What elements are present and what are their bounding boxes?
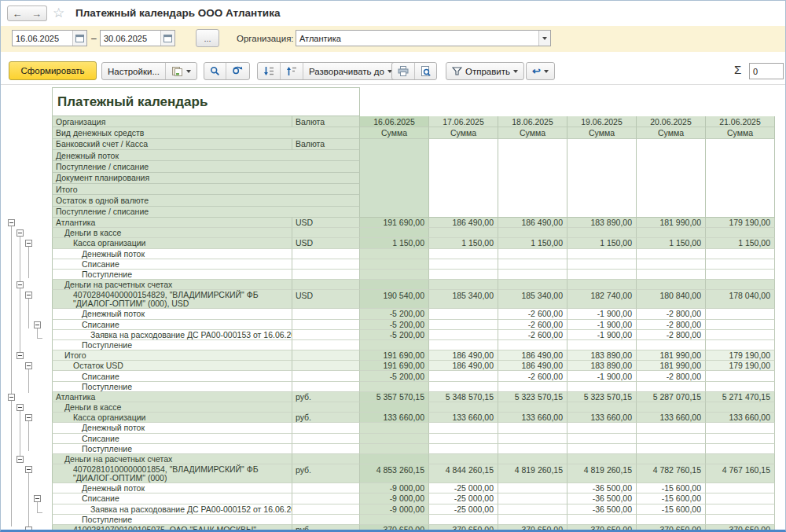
amount-cell[interactable]	[498, 504, 567, 515]
amount-cell[interactable]: 186 490,00	[498, 350, 567, 361]
amount-cell[interactable]	[360, 454, 429, 464]
row-label-cell[interactable]: Деньги в кассе	[52, 228, 292, 238]
row-label-cell[interactable]: Заявка на расходование ДС РА00-000152 от…	[52, 504, 292, 515]
date-column-header[interactable]: 19.06.2025	[567, 116, 637, 127]
row-currency-cell[interactable]: руб.	[292, 464, 360, 483]
amount-cell[interactable]	[706, 423, 775, 433]
amount-cell[interactable]: 5 271 470,15	[706, 392, 775, 402]
amount-cell[interactable]: 4 844 260,15	[429, 464, 498, 483]
row-label-cell[interactable]: Денежный поток	[52, 483, 292, 493]
row-currency-cell[interactable]	[292, 515, 360, 525]
amount-cell[interactable]: 186 490,00	[429, 218, 498, 228]
row-currency-cell[interactable]	[292, 228, 360, 238]
amount-cell[interactable]: -2 600,00	[498, 309, 567, 319]
amount-cell[interactable]	[706, 340, 775, 350]
chevron-down-icon[interactable]	[538, 31, 550, 46]
amount-cell[interactable]: -25 000,00	[429, 483, 498, 493]
amount-cell[interactable]: 191 690,00	[360, 350, 429, 361]
amount-cell[interactable]: 5 348 570,15	[429, 392, 498, 402]
row-label-cell[interactable]: Деньги в кассе	[52, 402, 292, 413]
collapse-toggle[interactable]	[25, 362, 32, 369]
collapse-toggle[interactable]	[17, 352, 24, 359]
amount-cell[interactable]: 186 490,00	[429, 350, 498, 361]
row-label-cell[interactable]: Списание	[52, 493, 292, 504]
amount-cell[interactable]	[706, 371, 775, 381]
calendar-icon[interactable]	[160, 31, 174, 46]
amount-cell[interactable]: 370 650,00	[498, 525, 567, 532]
amount-cell[interactable]	[637, 280, 706, 290]
row-label-cell[interactable]: Деньги на расчетных счетах	[52, 454, 292, 464]
amount-cell[interactable]	[429, 454, 498, 464]
row-currency-cell[interactable]	[292, 382, 360, 392]
amount-cell[interactable]: 4 819 260,15	[498, 464, 567, 483]
amount-cell[interactable]: -5 200,00	[360, 309, 429, 319]
row-label-cell[interactable]: 41002810700100105075, ОАО "БАНК МОСКВЫ"	[52, 525, 292, 532]
row-label-cell[interactable]: Списание	[52, 320, 292, 330]
date-column-header[interactable]: 17.06.2025	[429, 116, 498, 127]
row-label-cell[interactable]: Атлантика	[52, 392, 292, 402]
amount-cell[interactable]	[498, 483, 567, 493]
row-label-cell[interactable]: Поступление	[52, 382, 292, 392]
amount-cell[interactable]: 1 150,00	[637, 238, 706, 248]
amount-cell[interactable]: -1 900,00	[567, 330, 637, 340]
row-currency-cell[interactable]	[292, 309, 360, 319]
date-column-header[interactable]: 16.06.2025	[360, 116, 429, 127]
amount-cell[interactable]: 370 650,00	[637, 525, 706, 532]
row-currency-cell[interactable]: руб.	[292, 413, 360, 423]
amount-cell[interactable]	[429, 280, 498, 290]
amount-cell[interactable]	[706, 280, 775, 290]
amount-cell[interactable]	[637, 259, 706, 270]
row-label-cell[interactable]: Поступление	[52, 340, 292, 350]
row-label-cell[interactable]: Списание	[52, 371, 292, 381]
row-label-cell[interactable]: Списание	[52, 434, 292, 444]
amount-cell[interactable]: 5 323 570,15	[567, 392, 637, 402]
amount-cell[interactable]	[429, 320, 498, 330]
amount-cell[interactable]	[637, 444, 706, 454]
amount-cell[interactable]	[567, 454, 637, 464]
row-label-cell[interactable]: Поступление	[52, 444, 292, 454]
amount-cell[interactable]	[498, 434, 567, 444]
amount-cell[interactable]	[637, 270, 706, 280]
amount-cell[interactable]	[498, 444, 567, 454]
amount-cell[interactable]: -15 600,00	[637, 504, 706, 515]
row-label-cell[interactable]: Поступление	[52, 270, 292, 280]
amount-cell[interactable]	[498, 515, 567, 525]
amount-cell[interactable]: -15 600,00	[637, 483, 706, 493]
report-variants-button[interactable]	[165, 63, 196, 79]
amount-cell[interactable]: 1 150,00	[706, 238, 775, 248]
amount-cell[interactable]: 181 990,00	[637, 361, 706, 371]
amount-cell[interactable]	[567, 228, 637, 238]
amount-cell[interactable]: 179 190,00	[706, 218, 775, 228]
amount-cell[interactable]	[567, 423, 637, 433]
amount-cell[interactable]	[498, 249, 567, 259]
send-button[interactable]: Отправить	[446, 63, 523, 79]
collapse-toggle[interactable]	[25, 240, 32, 247]
date-column-header[interactable]: 21.06.2025	[706, 116, 775, 127]
row-currency-cell[interactable]	[292, 454, 360, 464]
amount-cell[interactable]: -5 200,00	[360, 330, 429, 340]
amount-cell[interactable]	[706, 309, 775, 319]
amount-cell[interactable]	[429, 444, 498, 454]
amount-cell[interactable]	[706, 228, 775, 238]
amount-cell[interactable]	[567, 280, 637, 290]
amount-cell[interactable]	[498, 270, 567, 280]
row-currency-cell[interactable]	[292, 320, 360, 330]
amount-cell[interactable]	[498, 259, 567, 270]
amount-cell[interactable]: -5 200,00	[360, 320, 429, 330]
collapse-toggle[interactable]	[8, 219, 15, 226]
date-column-header[interactable]: 18.06.2025	[498, 116, 567, 127]
collapse-toggle[interactable]	[25, 414, 32, 421]
amount-cell[interactable]	[637, 228, 706, 238]
amount-cell[interactable]	[706, 434, 775, 444]
collapse-toggle[interactable]	[34, 495, 41, 502]
amount-cell[interactable]: -36 500,00	[567, 483, 637, 493]
row-label-cell[interactable]: Денежный поток	[52, 423, 292, 433]
forward-button[interactable]: →	[27, 6, 47, 21]
amount-cell[interactable]: -2 800,00	[637, 320, 706, 330]
amount-cell[interactable]: 1 150,00	[429, 238, 498, 248]
amount-cell[interactable]: 191 690,00	[360, 361, 429, 371]
print-button[interactable]	[392, 63, 414, 79]
row-label-cell[interactable]: Остаток USD	[52, 361, 292, 371]
amount-cell[interactable]	[429, 402, 498, 413]
amount-cell[interactable]	[706, 270, 775, 280]
